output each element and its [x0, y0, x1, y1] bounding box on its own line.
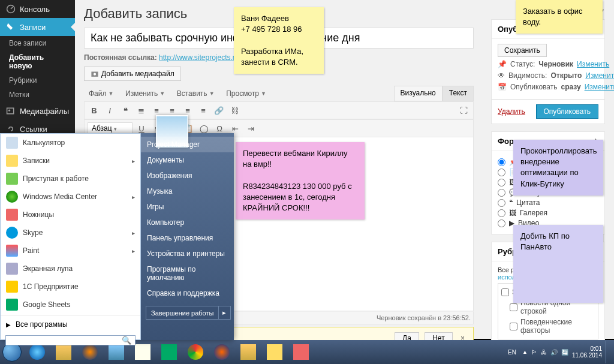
tray-clock[interactable]: 0:01 11.06.2014 [572, 345, 602, 359]
sticky-note-4[interactable]: Проконтроллировать внедрение оптимизации… [513, 140, 603, 195]
submenu-add-new[interactable]: Добавить новую [0, 50, 75, 73]
link-button[interactable]: 🔗 [212, 104, 225, 117]
format-quote-radio[interactable] [498, 199, 505, 207]
sm-images[interactable]: Изображения [141, 168, 234, 183]
ul-button[interactable]: ≣ [134, 104, 148, 117]
submenu-all-posts[interactable]: Все записи [0, 36, 75, 50]
svg-point-2 [8, 110, 10, 112]
submenu-categories[interactable]: Рубрики [0, 73, 75, 88]
search-icon: 🔍 [118, 336, 135, 345]
delete-post-link[interactable]: Удалить [498, 107, 525, 116]
taskbar-app10[interactable] [236, 342, 261, 362]
calendar-icon: 📅 [498, 83, 507, 91]
start-menu-places: Project Manager Документы Изображения Му… [141, 133, 234, 340]
start-1c[interactable]: 1C Предприятие [1, 278, 140, 296]
status-edit-link[interactable]: Изменить [577, 60, 609, 68]
start-magnifier[interactable]: Экранная лупа [1, 260, 140, 278]
sm-games[interactable]: Игры [141, 199, 234, 215]
editor-menu-file[interactable]: Файл▼ [84, 86, 118, 101]
sm-help[interactable]: Справка и поддержка [141, 285, 234, 301]
start-snipping[interactable]: Ножницы [1, 206, 140, 224]
sm-computer[interactable]: Компьютер [141, 215, 234, 230]
sticky-note-1[interactable]: Ваня Фадеев +7 495 728 18 96 Разработка … [234, 7, 324, 74]
svg-rect-1 [7, 108, 14, 114]
taskbar-app7[interactable] [156, 342, 182, 362]
tab-visual[interactable]: Визуально [394, 86, 443, 101]
start-search[interactable]: 🔍 [5, 335, 136, 345]
camera-icon [91, 70, 99, 78]
submenu-tags[interactable]: Метки [0, 88, 75, 102]
taskbar-chrome[interactable] [183, 342, 208, 362]
start-wmc[interactable]: Windows Media Center [1, 188, 140, 206]
start-getting-started[interactable]: Приступая к работе [1, 170, 140, 188]
cat-behav[interactable]: Поведенческие факторы [501, 317, 595, 336]
sticky-note-5[interactable]: Добить КП по ПанАвто [513, 225, 603, 303]
language-indicator[interactable]: EN [505, 348, 519, 357]
system-tray: EN ▲ 🏳 🖧 🔊 🔄 0:01 11.06.2014 [502, 341, 614, 363]
unlink-button[interactable]: ⛓ [228, 104, 241, 117]
media-icon [6, 106, 16, 116]
start-notes[interactable]: Записки [1, 152, 140, 170]
gauge-icon [6, 4, 16, 14]
shutdown-options-arrow[interactable]: ▸ [218, 306, 230, 319]
gallery-icon: 🖼 [509, 209, 516, 217]
bold-button[interactable]: B [88, 104, 101, 117]
tray-network-icon[interactable]: 🖧 [541, 349, 547, 356]
add-media-button[interactable]: Добавить медиафайл [84, 67, 181, 81]
start-search-input[interactable] [6, 336, 118, 345]
sm-music[interactable]: Музыка [141, 183, 234, 199]
start-calc[interactable]: Калькулятор [1, 134, 140, 152]
tray-sync-icon[interactable]: 🔄 [561, 349, 568, 356]
format-video-radio[interactable] [498, 219, 505, 227]
shutdown-button[interactable]: Завершение работы▸ [146, 306, 231, 320]
indent-button[interactable]: ⇥ [244, 122, 257, 135]
svg-point-4 [94, 73, 96, 76]
menu-posts[interactable]: Записи [0, 18, 75, 36]
key-icon: 📌 [498, 60, 507, 68]
editor-menu-edit[interactable]: Изменить▼ [121, 86, 170, 101]
schedule-edit-link[interactable]: Изменить [585, 83, 614, 91]
sticky-note-2[interactable]: Заказать в офис воду. [516, 0, 603, 34]
format-gallery-radio[interactable] [498, 209, 505, 217]
sm-control-panel[interactable]: Панель управления [141, 230, 234, 246]
editor-menu-insert[interactable]: Вставить▼ [172, 86, 219, 101]
sm-project-manager[interactable]: Project Manager [141, 137, 234, 152]
quote-button[interactable]: ❝ [119, 104, 132, 117]
save-draft-button[interactable]: Сохранить [498, 44, 547, 57]
quote-icon: ❝ [509, 198, 513, 207]
start-paint[interactable]: Paint [1, 242, 140, 260]
taskbar-firefox[interactable] [209, 342, 234, 362]
menu-media[interactable]: Медиафайлы [0, 102, 75, 120]
editor-menu-view[interactable]: Просмотр▼ [221, 86, 271, 101]
taskbar-app12[interactable] [288, 342, 314, 362]
tray-flag-icon[interactable]: 🏳 [531, 349, 537, 356]
start-sheets[interactable]: Google Sheets [1, 296, 140, 314]
sticky-note-3[interactable]: Перевести вебмани Кириллу на вмр!! R8342… [236, 142, 365, 219]
start-menu-programs: Калькулятор Записки Приступая к работе W… [0, 133, 141, 340]
format-status-radio[interactable] [498, 189, 505, 197]
start-skype[interactable]: Skype [1, 224, 140, 242]
pin-icon [6, 22, 16, 32]
sm-devices[interactable]: Устройства и принтеры [141, 246, 234, 261]
tab-text[interactable]: Текст [443, 86, 474, 101]
format-standard-radio[interactable] [498, 158, 505, 166]
start-all-programs[interactable]: ▶Все программы [1, 317, 140, 332]
menu-console[interactable]: Консоль [0, 0, 75, 18]
align-right-button[interactable]: ≡ [197, 104, 210, 117]
format-aside-radio[interactable] [498, 169, 505, 176]
show-desktop-button[interactable] [606, 341, 610, 363]
italic-button[interactable]: I [103, 104, 116, 117]
format-select[interactable]: Абзац ▾ [88, 122, 133, 134]
link-icon [6, 124, 16, 134]
visibility-edit-link[interactable]: Изменить [585, 71, 614, 80]
publish-panel: Опубликовать▲ Сохранить 📌Статус: Чернови… [491, 19, 605, 124]
sm-documents[interactable]: Документы [141, 152, 234, 168]
fullscreen-button[interactable]: ⛶ [457, 104, 470, 117]
tray-chevron-icon[interactable]: ▲ [522, 349, 528, 355]
publish-button[interactable]: Опубликовать [536, 104, 598, 119]
start-menu: Калькулятор Записки Приступая к работе W… [0, 133, 234, 340]
taskbar-notes[interactable] [262, 342, 287, 362]
format-image-radio[interactable] [498, 179, 505, 186]
tray-volume-icon[interactable]: 🔊 [550, 349, 558, 356]
sm-default-programs[interactable]: Программы по умолчанию [141, 261, 234, 285]
